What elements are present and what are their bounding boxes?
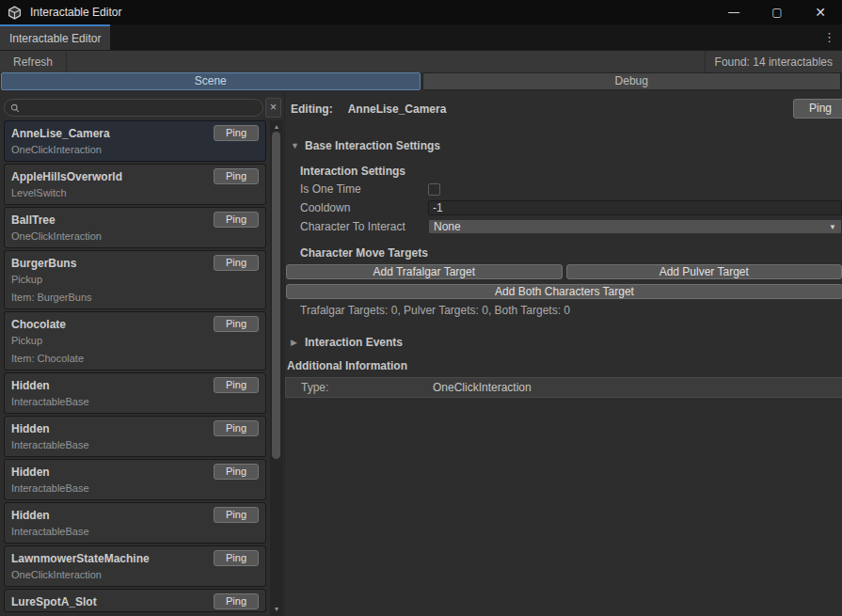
add-trafalgar-target-button[interactable]: Add Trafalgar Target [286,264,563,279]
ping-button[interactable]: Ping [214,125,259,141]
item-lines: InteractableBase [11,393,259,411]
item-subtitle: LevelSwitch [11,184,259,202]
list-item[interactable]: Hidden Ping InteractableBase [4,372,266,414]
type-value: OneClickInteraction [433,381,532,394]
foldout-open-icon: ▼ [291,141,299,150]
character-move-targets-header: Character Move Targets [300,246,842,260]
scroll-down-icon[interactable]: ▼ [270,605,283,614]
titlebar: Interactable Editor — ▢ ✕ [0,0,842,24]
item-title: LawnmowerStateMachine [11,552,150,565]
list-item[interactable]: Chocolate Ping PickupItem: Chocolate [4,311,266,371]
item-title: BallTree [11,213,56,227]
window-controls: — ▢ ✕ [712,0,842,24]
ping-button[interactable]: Ping [214,255,259,271]
ping-button[interactable]: Ping [214,507,259,523]
ping-button[interactable]: Ping [214,593,259,609]
item-title: Hidden [11,379,50,392]
minimize-icon[interactable]: — [712,0,755,24]
cooldown-field[interactable]: -1 [428,200,842,215]
close-icon[interactable]: ✕ [799,0,842,24]
item-title: AppleHillsOverworld [11,170,122,183]
list-item[interactable]: BurgerBuns Ping PickupItem: BurgerBuns [4,250,266,309]
ping-button-editing[interactable]: Ping [793,99,842,118]
ping-button[interactable]: Ping [214,168,259,184]
ping-button[interactable]: Ping [214,212,259,228]
tab-scene[interactable]: Scene [1,72,421,90]
interaction-events-foldout[interactable]: ▶ Interaction Events [291,335,842,349]
item-lines: InteractableBase [11,523,259,541]
character-to-interact-row: Character To Interact None ▼ [300,219,842,234]
item-title: Hidden [11,509,50,522]
app-cube-icon [8,5,23,20]
add-both-characters-target-button[interactable]: Add Both Characters Target [286,284,842,299]
tab-strip: Interactable Editor ⋮ [0,24,842,50]
item-subtitle: Item: Chocolate [11,350,259,368]
item-lines: OneClickInteraction [11,566,259,584]
search-input[interactable] [24,103,257,114]
is-one-time-checkbox[interactable] [428,183,440,196]
list-item[interactable]: AnneLise_Camera Ping OneClickInteraction [4,120,266,162]
scroll-up-icon[interactable]: ▲ [270,122,283,132]
item-subtitle: InteractableBase [11,480,259,498]
character-to-interact-dropdown[interactable]: None ▼ [428,219,842,234]
item-title: LureSpotA_Slot [11,595,97,608]
item-subtitle: InteractableBase [11,436,259,454]
kebab-menu-icon[interactable]: ⋮ [817,24,842,50]
item-lines: PickupItem: BurgerBuns [11,271,259,307]
targets-summary: Trafalgar Targets: 0, Pulver Targets: 0,… [300,304,842,317]
item-lines: InteractableBase [11,480,259,498]
item-lines: PickupItem: Chocolate [11,332,259,368]
list-scrollbar[interactable]: ▲ ▼ [270,120,283,616]
cooldown-label: Cooldown [300,201,428,214]
foldout-closed-icon: ▶ [291,338,299,347]
interactable-list: AnneLise_Camera Ping OneClickInteraction… [4,120,266,616]
item-subtitle: OneClickInteraction [11,141,259,159]
maximize-icon[interactable]: ▢ [755,0,799,24]
type-label: Type: [301,381,433,394]
is-one-time-row: Is One Time [300,182,842,197]
list-item[interactable]: AppleHillsOverworld Ping LevelSwitch [4,164,266,205]
ping-button[interactable]: Ping [214,377,259,393]
tab-interactable-editor[interactable]: Interactable Editor [0,24,110,50]
interaction-settings-header: Interaction Settings [300,165,842,178]
search-box[interactable] [4,99,263,117]
ping-button[interactable]: Ping [214,420,259,436]
type-info-box: Type: OneClickInteraction [285,377,842,398]
item-subtitle: Pickup [11,271,259,289]
refresh-button[interactable]: Refresh [0,51,67,72]
item-subtitle: OneClickInteraction [11,566,259,584]
list-item[interactable]: LawnmowerStateMachine Ping OneClickInter… [4,545,266,587]
character-to-interact-label: Character To Interact [300,220,428,233]
item-title: Hidden [11,422,50,435]
add-pulver-target-button[interactable]: Add Pulver Target [566,264,842,279]
list-item[interactable]: Hidden Ping InteractableBase [4,459,266,500]
list-item[interactable]: Hidden Ping InteractableBase [4,502,266,544]
item-subtitle: Item: BurgerBuns [11,289,259,307]
additional-information-header: Additional Information [287,359,842,372]
editing-label: Editing: [291,103,333,116]
item-title: AnneLise_Camera [11,127,110,140]
item-lines: InteractableBase [11,436,259,454]
search-clear-button[interactable]: × [265,98,281,118]
tab-debug[interactable]: Debug [422,72,842,90]
scrollbar-thumb[interactable] [272,132,280,459]
interactable-editor-window: Interactable Editor — ▢ ✕ Interactable E… [0,0,842,616]
item-lines: OneClickInteraction [11,141,259,159]
item-lines: OneClickInteraction [11,228,259,245]
editor-panel: Editing: AnneLise_Camera Ping ▼ Base Int… [284,91,842,616]
base-settings-foldout[interactable]: ▼ Base Interaction Settings [291,138,842,152]
view-tabs: Scene Debug [0,72,842,91]
ping-button[interactable]: Ping [214,316,259,332]
ping-button[interactable]: Ping [214,464,259,480]
scene-list-panel: × AnneLise_Camera Ping OneClickInteracti… [0,91,284,616]
editing-row: Editing: AnneLise_Camera [285,98,842,120]
window-title: Interactable Editor [30,6,121,19]
content-area: × AnneLise_Camera Ping OneClickInteracti… [0,91,842,616]
list-item[interactable]: BallTree Ping OneClickInteraction [4,207,266,248]
tab-label: Interactable Editor [9,32,101,45]
ping-button[interactable]: Ping [214,550,259,566]
list-item[interactable]: Hidden Ping InteractableBase [4,416,266,457]
search-icon [10,103,20,113]
list-item[interactable]: LureSpotA_Slot Ping [4,589,266,612]
chevron-down-icon: ▼ [829,220,836,235]
